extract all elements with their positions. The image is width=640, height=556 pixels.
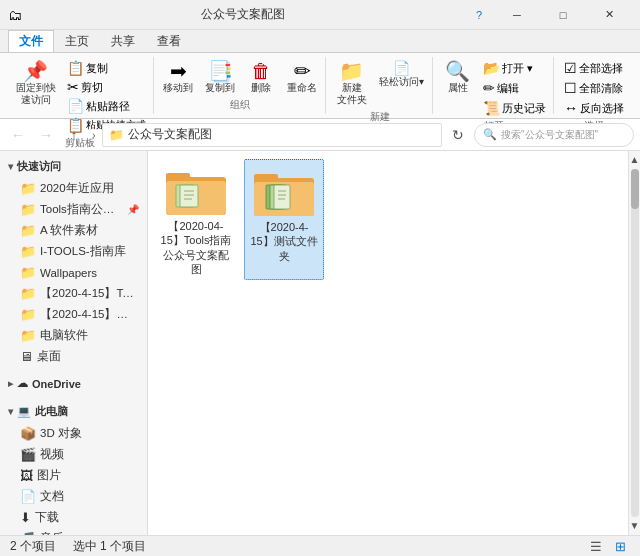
svg-rect-4 <box>180 185 198 207</box>
quickaccess-header[interactable]: ▾ 快速访问 <box>0 155 147 178</box>
minimize-button[interactable]: ─ <box>494 0 540 30</box>
sidebar-item-label: Wallpapers <box>40 267 97 279</box>
sidebar-item-label: A 软件素材 <box>40 223 98 238</box>
scrollbar-track[interactable] <box>631 169 639 517</box>
copy-to-button[interactable]: 📑 复制到 <box>201 59 239 96</box>
folder-icon: 📁 <box>20 328 36 343</box>
new-buttons: 📁 新建文件夹 📄 轻松访问▾ <box>333 59 428 108</box>
search-placeholder: 搜索"公众号文案配图" <box>501 128 598 142</box>
ribbon-group-organize: ➡ 移动到 📑 复制到 🗑 删除 ✏ 重命名 组织 <box>156 57 326 114</box>
folder-svg <box>252 166 316 218</box>
search-box[interactable]: 🔍 搜索"公众号文案配图" <box>474 123 634 147</box>
edit-button[interactable]: ✏ 编辑 <box>480 79 549 97</box>
folder-icon: 📁 <box>20 265 36 280</box>
folder-icon: 📁 <box>20 244 36 259</box>
delete-icon: 🗑 <box>251 61 271 81</box>
quickaccess-label: 快速访问 <box>17 159 61 174</box>
file-item[interactable]: 【2020-04-15】Tools指南公众号文案配图 <box>156 159 236 280</box>
sidebar-item-software[interactable]: 📁 A 软件素材 <box>0 220 147 241</box>
thispc-header[interactable]: ▾ 💻 此电脑 <box>0 400 147 423</box>
folder-svg <box>164 165 228 217</box>
sidebar-item-itools[interactable]: 📁 I-TOOLS-指南库 <box>0 241 147 262</box>
right-scrollbar[interactable]: ▲ ▼ <box>628 151 640 535</box>
close-button[interactable]: ✕ <box>586 0 632 30</box>
details-view-button[interactable]: ☰ <box>586 538 606 556</box>
sidebar-item-wallpapers[interactable]: 📁 Wallpapers <box>0 262 147 283</box>
scrollbar-down[interactable]: ▼ <box>630 519 640 533</box>
cut-button[interactable]: ✂ 剪切 <box>64 78 149 96</box>
sidebar-item-test[interactable]: 📁 【2020-4-15】测试文件夹 <box>0 304 147 325</box>
refresh-button[interactable]: ↻ <box>446 123 470 147</box>
open-buttons: 🔍 属性 📂 打开 ▾ ✏ 编辑 📜 历史记录 <box>440 59 549 117</box>
thispc-chevron: ▾ <box>8 406 13 417</box>
path-text: 公众号文案配图 <box>128 126 212 143</box>
tab-file[interactable]: 文件 <box>8 30 54 52</box>
tab-share[interactable]: 共享 <box>100 30 146 52</box>
ribbon-group-open: 🔍 属性 📂 打开 ▾ ✏ 编辑 📜 历史记录 <box>435 57 554 114</box>
sidebar-item-video[interactable]: 🎬 视频 <box>0 444 147 465</box>
scrollbar-up[interactable]: ▲ <box>630 153 640 167</box>
sidebar-item-2020[interactable]: 📁 2020年近应用 <box>0 178 147 199</box>
svg-rect-1 <box>166 173 190 181</box>
pin-quickaccess-button[interactable]: 📌 固定到快速访问 <box>12 59 60 108</box>
open-button[interactable]: 📂 打开 ▾ <box>480 59 549 77</box>
history-button[interactable]: 📜 历史记录 <box>480 99 549 117</box>
sidebar-item-desktop[interactable]: 🖥 桌面 <box>0 346 147 367</box>
sidebar-item-tools-2020[interactable]: 📁 【2020-4-15】Tools # <box>0 283 147 304</box>
sidebar-item-3d[interactable]: 📦 3D 对象 <box>0 423 147 444</box>
paste-path-button[interactable]: 📄 粘贴路径 <box>64 97 149 115</box>
easy-access-button[interactable]: 📄 轻松访问▾ <box>375 59 428 90</box>
onedrive-header[interactable]: ▸ ☁ OneDrive <box>0 373 147 394</box>
file-item[interactable]: 【2020-4-15】测试文件夹 <box>244 159 324 280</box>
help-button[interactable]: ? <box>464 0 494 30</box>
move-to-button[interactable]: ➡ 移动到 <box>159 59 197 96</box>
folder-icon: 📁 <box>20 307 36 322</box>
sidebar-item-label: 下载 <box>35 510 59 525</box>
sidebar-item-music[interactable]: 🎵 音乐 <box>0 528 147 535</box>
folder-icon: 📁 <box>20 202 36 217</box>
copy-button[interactable]: 📋 复制 <box>64 59 149 77</box>
sidebar-item-downloads[interactable]: ⬇ 下载 <box>0 507 147 528</box>
delete-button[interactable]: 🗑 删除 <box>243 59 279 96</box>
sidebar-item-label: 桌面 <box>37 349 61 364</box>
path-folder-icon: 📁 <box>109 128 124 142</box>
selected-count <box>59 539 69 553</box>
address-path[interactable]: 📁 公众号文案配图 <box>102 123 442 147</box>
tab-home[interactable]: 主页 <box>54 30 100 52</box>
scrollbar-thumb[interactable] <box>631 169 639 209</box>
sidebar-item-pc-software[interactable]: 📁 电脑软件 <box>0 325 147 346</box>
sidebar-item-label: 【2020-4-15】Tools # <box>40 286 139 301</box>
quickaccess-chevron: ▾ <box>8 161 13 172</box>
new-folder-button[interactable]: 📁 新建文件夹 <box>333 59 371 108</box>
back-button[interactable]: ← <box>6 123 30 147</box>
sidebar-item-documents[interactable]: 📄 文档 <box>0 486 147 507</box>
pin-icon: 📌 <box>127 204 139 215</box>
rename-icon: ✏ <box>294 61 311 81</box>
sidebar-item-tools-guide[interactable]: 📁 Tools指南公众号做# 📌 <box>0 199 147 220</box>
rename-button[interactable]: ✏ 重命名 <box>283 59 321 96</box>
sidebar-item-label: Tools指南公众号做# <box>40 202 121 217</box>
select-all-icon: ☑ <box>564 60 577 76</box>
select-none-icon: ☐ <box>564 80 577 96</box>
tab-view[interactable]: 查看 <box>146 30 192 52</box>
title-bar-controls: ? ─ □ ✕ <box>464 0 632 30</box>
folder-icon: 🎬 <box>20 447 36 462</box>
sidebar-item-pictures[interactable]: 🖼 图片 <box>0 465 147 486</box>
title-bar-title: 公众号文案配图 <box>22 6 464 23</box>
up-button[interactable]: ↑ <box>62 123 86 147</box>
svg-rect-13 <box>274 185 290 209</box>
maximize-button[interactable]: □ <box>540 0 586 30</box>
select-none-button[interactable]: ☐ 全部清除 <box>561 79 627 97</box>
folder-icon: ⬇ <box>20 510 31 525</box>
select-all-button[interactable]: ☑ 全部选择 <box>561 59 627 77</box>
ribbon-group-select: ☑ 全部选择 ☐ 全部清除 ↔ 反向选择 选择 <box>556 57 632 114</box>
large-icons-view-button[interactable]: ⊞ <box>610 538 630 556</box>
forward-button[interactable]: → <box>34 123 58 147</box>
new-folder-icon: 📁 <box>339 61 364 81</box>
status-bar: 2 个项目 选中 1 个项目 ☰ ⊞ <box>0 535 640 556</box>
invert-selection-button[interactable]: ↔ 反向选择 <box>561 99 627 117</box>
ribbon: 文件 主页 共享 查看 📌 固定到快速访问 📋 复制 ✂ 剪切 <box>0 30 640 119</box>
app-icon: 🗂 <box>8 7 22 23</box>
properties-button[interactable]: 🔍 属性 <box>440 59 476 96</box>
open-icon: 📂 <box>483 60 500 76</box>
